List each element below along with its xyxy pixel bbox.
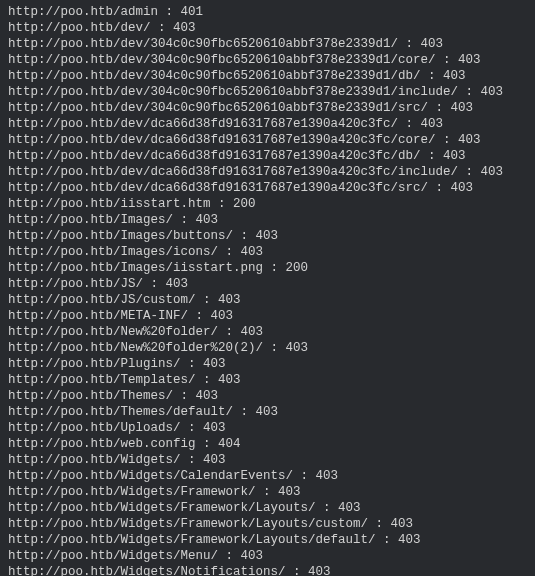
output-line: http://poo.htb/Widgets/Framework/ : 403	[8, 484, 527, 500]
separator: :	[151, 21, 174, 35]
output-line: http://poo.htb/Widgets/Framework/Layouts…	[8, 532, 527, 548]
output-line: http://poo.htb/dev/304c0c90fbc6520610abb…	[8, 100, 527, 116]
output-line: http://poo.htb/Widgets/Notifications/ : …	[8, 564, 527, 576]
separator: :	[218, 325, 241, 339]
output-line: http://poo.htb/JS/custom/ : 403	[8, 292, 527, 308]
separator: :	[293, 469, 316, 483]
http-status: 403	[218, 373, 241, 387]
separator: :	[436, 53, 459, 67]
http-status: 403	[458, 133, 481, 147]
separator: :	[233, 229, 256, 243]
scan-url: http://poo.htb/dev/304c0c90fbc6520610abb…	[8, 37, 398, 51]
separator: :	[263, 261, 286, 275]
scan-url: http://poo.htb/Plugins/	[8, 357, 181, 371]
output-line: http://poo.htb/dev/304c0c90fbc6520610abb…	[8, 52, 527, 68]
output-line: http://poo.htb/Images/ : 403	[8, 212, 527, 228]
separator: :	[196, 437, 219, 451]
scan-url: http://poo.htb/New%20folder/	[8, 325, 218, 339]
scan-url: http://poo.htb/dev/dca66d38fd916317687e1…	[8, 181, 428, 195]
http-status: 403	[218, 293, 241, 307]
separator: :	[218, 245, 241, 259]
http-status: 403	[286, 341, 309, 355]
separator: :	[143, 277, 166, 291]
output-line: http://poo.htb/Widgets/Framework/Layouts…	[8, 516, 527, 532]
separator: :	[188, 309, 211, 323]
scan-url: http://poo.htb/Widgets/Menu/	[8, 549, 218, 563]
separator: :	[181, 421, 204, 435]
http-status: 403	[443, 69, 466, 83]
separator: :	[233, 405, 256, 419]
terminal-output: http://poo.htb/admin : 401http://poo.htb…	[8, 4, 527, 576]
separator: :	[368, 517, 391, 531]
separator: :	[398, 37, 421, 51]
scan-url: http://poo.htb/Widgets/Framework/Layouts…	[8, 501, 316, 515]
scan-url: http://poo.htb/Uploads/	[8, 421, 181, 435]
separator: :	[181, 357, 204, 371]
output-line: http://poo.htb/Images/iisstart.png : 200	[8, 260, 527, 276]
scan-url: http://poo.htb/New%20folder%20(2)/	[8, 341, 263, 355]
output-line: http://poo.htb/iisstart.htm : 200	[8, 196, 527, 212]
output-line: http://poo.htb/Widgets/Framework/Layouts…	[8, 500, 527, 516]
http-status: 200	[233, 197, 256, 211]
http-status: 403	[443, 149, 466, 163]
scan-url: http://poo.htb/Images/	[8, 213, 173, 227]
scan-url: http://poo.htb/dev/dca66d38fd916317687e1…	[8, 165, 458, 179]
output-line: http://poo.htb/New%20folder%20(2)/ : 403	[8, 340, 527, 356]
separator: :	[256, 485, 279, 499]
output-line: http://poo.htb/Widgets/Menu/ : 403	[8, 548, 527, 564]
output-line: http://poo.htb/dev/304c0c90fbc6520610abb…	[8, 84, 527, 100]
scan-url: http://poo.htb/Images/buttons/	[8, 229, 233, 243]
separator: :	[173, 213, 196, 227]
separator: :	[158, 5, 181, 19]
scan-url: http://poo.htb/Widgets/Framework/	[8, 485, 256, 499]
output-line: http://poo.htb/Plugins/ : 403	[8, 356, 527, 372]
http-status: 403	[211, 309, 234, 323]
separator: :	[218, 549, 241, 563]
http-status: 401	[181, 5, 204, 19]
scan-url: http://poo.htb/web.config	[8, 437, 196, 451]
output-line: http://poo.htb/Widgets/CalendarEvents/ :…	[8, 468, 527, 484]
http-status: 403	[421, 37, 444, 51]
separator: :	[428, 101, 451, 115]
http-status: 403	[241, 325, 264, 339]
http-status: 403	[278, 485, 301, 499]
output-line: http://poo.htb/JS/ : 403	[8, 276, 527, 292]
http-status: 403	[196, 213, 219, 227]
scan-url: http://poo.htb/dev/dca66d38fd916317687e1…	[8, 117, 398, 131]
scan-url: http://poo.htb/Images/iisstart.png	[8, 261, 263, 275]
output-line: http://poo.htb/dev/dca66d38fd916317687e1…	[8, 132, 527, 148]
scan-url: http://poo.htb/dev/304c0c90fbc6520610abb…	[8, 85, 458, 99]
http-status: 403	[173, 21, 196, 35]
scan-url: http://poo.htb/admin	[8, 5, 158, 19]
http-status: 404	[218, 437, 241, 451]
http-status: 403	[203, 453, 226, 467]
scan-url: http://poo.htb/Images/icons/	[8, 245, 218, 259]
output-line: http://poo.htb/web.config : 404	[8, 436, 527, 452]
separator: :	[421, 69, 444, 83]
scan-url: http://poo.htb/META-INF/	[8, 309, 188, 323]
output-line: http://poo.htb/dev/dca66d38fd916317687e1…	[8, 164, 527, 180]
separator: :	[263, 341, 286, 355]
separator: :	[398, 117, 421, 131]
scan-url: http://poo.htb/dev/304c0c90fbc6520610abb…	[8, 69, 421, 83]
http-status: 403	[166, 277, 189, 291]
http-status: 403	[451, 101, 474, 115]
output-line: http://poo.htb/dev/304c0c90fbc6520610abb…	[8, 36, 527, 52]
scan-url: http://poo.htb/JS/	[8, 277, 143, 291]
scan-url: http://poo.htb/Widgets/Framework/Layouts…	[8, 533, 376, 547]
output-line: http://poo.htb/dev/dca66d38fd916317687e1…	[8, 180, 527, 196]
scan-url: http://poo.htb/Widgets/	[8, 453, 181, 467]
http-status: 403	[256, 405, 279, 419]
separator: :	[196, 373, 219, 387]
output-line: http://poo.htb/Images/icons/ : 403	[8, 244, 527, 260]
output-line: http://poo.htb/Themes/default/ : 403	[8, 404, 527, 420]
http-status: 403	[421, 117, 444, 131]
http-status: 200	[286, 261, 309, 275]
http-status: 403	[451, 181, 474, 195]
separator: :	[173, 389, 196, 403]
scan-url: http://poo.htb/dev/dca66d38fd916317687e1…	[8, 149, 421, 163]
http-status: 403	[458, 53, 481, 67]
scan-url: http://poo.htb/iisstart.htm	[8, 197, 211, 211]
http-status: 403	[308, 565, 331, 576]
separator: :	[286, 565, 309, 576]
